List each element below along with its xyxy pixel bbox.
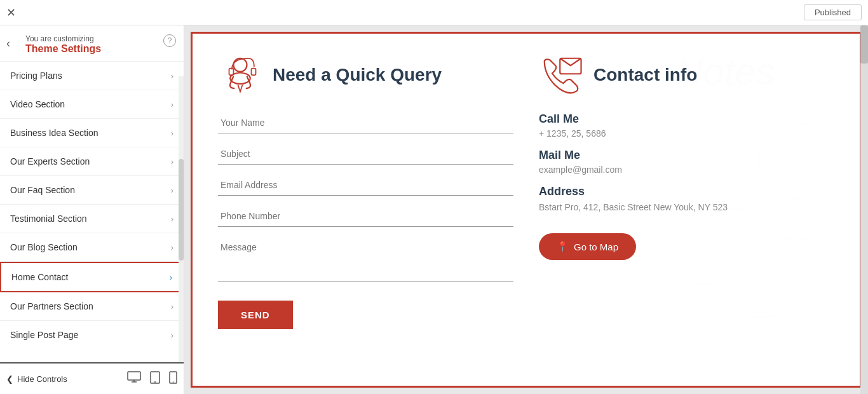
contact-icon bbox=[539, 53, 583, 97]
device-icons bbox=[127, 371, 177, 387]
back-button[interactable]: ‹ bbox=[6, 37, 10, 50]
name-field-wrapper bbox=[218, 112, 513, 133]
sidebar-header: ‹ You are customizing Theme Settings ? bbox=[0, 25, 184, 62]
sidebar-item-video-section[interactable]: Video Section› bbox=[0, 90, 184, 119]
contact-form-panel: Need a Quick Query SEND bbox=[218, 53, 513, 329]
address-label: Address bbox=[539, 185, 834, 198]
go-to-map-button[interactable]: 📍 Go to Map bbox=[539, 233, 636, 260]
sidebar-menu: Pricing Plans›Video Section›Business Ide… bbox=[0, 62, 184, 348]
hide-controls-button[interactable]: ❮ Hide Controls bbox=[6, 374, 67, 384]
send-button[interactable]: SEND bbox=[218, 301, 293, 329]
svg-point-4 bbox=[154, 381, 156, 383]
chevron-left-icon: ❮ bbox=[6, 374, 13, 384]
map-pin-icon: 📍 bbox=[557, 241, 569, 252]
sidebar-item-our-blog-section[interactable]: Our Blog Section› bbox=[0, 233, 184, 262]
preview-frame: Need a Quick Query SEND bbox=[191, 32, 862, 388]
chevron-right-icon: › bbox=[171, 100, 173, 109]
top-bar: ✕ Published bbox=[0, 0, 868, 25]
phone-input[interactable] bbox=[218, 206, 513, 227]
chevron-right-icon: › bbox=[171, 71, 173, 81]
sidebar-item-label: Home Contact bbox=[11, 272, 68, 282]
published-button[interactable]: Published bbox=[804, 4, 862, 20]
sidebar-item-label: Pricing Plans bbox=[10, 71, 62, 81]
hide-controls-label: Hide Controls bbox=[17, 374, 67, 384]
query-title: Need a Quick Query bbox=[273, 64, 442, 86]
svg-point-7 bbox=[234, 58, 247, 72]
mail-label: Mail Me bbox=[539, 149, 834, 162]
contact-info-title: Contact info bbox=[593, 64, 697, 86]
info-header: Contact info bbox=[539, 53, 834, 97]
message-input[interactable] bbox=[218, 237, 513, 282]
sidebar-item-home-contact[interactable]: Home Contact› bbox=[0, 262, 184, 292]
help-icon[interactable]: ? bbox=[163, 34, 176, 47]
map-button-label: Go to Map bbox=[574, 241, 618, 252]
subject-field-wrapper bbox=[218, 144, 513, 165]
phone-field-wrapper bbox=[218, 206, 513, 227]
sidebar: ‹ You are customizing Theme Settings ? P… bbox=[0, 25, 184, 394]
sidebar-item-label: Video Section bbox=[10, 99, 65, 109]
sidebar-item-label: Our Experts Section bbox=[10, 156, 90, 166]
svg-rect-12 bbox=[252, 69, 256, 76]
query-header: Need a Quick Query bbox=[218, 53, 513, 97]
contact-info-panel: Contact info Call Me + 1235, 25, 5686 Ma… bbox=[539, 53, 834, 329]
chevron-right-icon: › bbox=[171, 243, 173, 252]
customizing-label: You are customizing bbox=[25, 34, 173, 43]
call-info: Call Me + 1235, 25, 5686 bbox=[539, 112, 834, 139]
address-info: Address Bstart Pro, 412, Basic Street Ne… bbox=[539, 185, 834, 214]
chevron-right-icon: › bbox=[171, 330, 173, 340]
sidebar-item-testimonial-section[interactable]: Testimonial Section› bbox=[0, 205, 184, 233]
tablet-icon[interactable] bbox=[150, 371, 160, 387]
name-input[interactable] bbox=[218, 112, 513, 133]
sidebar-item-label: Our Blog Section bbox=[10, 242, 78, 252]
chevron-right-icon: › bbox=[171, 214, 173, 224]
sidebar-item-business-idea-section[interactable]: Business Idea Section› bbox=[0, 119, 184, 147]
chevron-right-icon: › bbox=[170, 273, 172, 282]
sidebar-item-our-experts-section[interactable]: Our Experts Section› bbox=[0, 147, 184, 176]
scrollbar-thumb bbox=[860, 25, 868, 64]
chevron-right-icon: › bbox=[171, 157, 173, 166]
svg-rect-0 bbox=[128, 372, 140, 380]
sidebar-item-label: Business Idea Section bbox=[10, 128, 98, 138]
sidebar-item-pricing-plans[interactable]: Pricing Plans› bbox=[0, 62, 184, 90]
address-value: Bstart Pro, 412, Basic Street New Youk, … bbox=[539, 201, 834, 214]
subject-input[interactable] bbox=[218, 144, 513, 165]
mobile-icon[interactable] bbox=[169, 371, 177, 387]
close-icon[interactable]: ✕ bbox=[6, 6, 16, 20]
mail-info: Mail Me example@gmail.com bbox=[539, 149, 834, 175]
email-field-wrapper bbox=[218, 175, 513, 196]
sidebar-item-label: Our Partners Section bbox=[10, 301, 93, 311]
chevron-right-icon: › bbox=[171, 128, 173, 138]
call-value: + 1235, 25, 5686 bbox=[539, 128, 834, 139]
sidebar-item-label: Our Faq Section bbox=[10, 185, 75, 195]
main-preview-area: Need a Quick Query SEND bbox=[184, 25, 868, 394]
chevron-right-icon: › bbox=[171, 186, 173, 195]
mail-value: example@gmail.com bbox=[539, 165, 834, 175]
right-scrollbar[interactable] bbox=[860, 25, 868, 394]
sidebar-item-our-faq-section[interactable]: Our Faq Section› bbox=[0, 176, 184, 205]
sidebar-item-single-post-page[interactable]: Single Post Page› bbox=[0, 321, 184, 348]
email-input[interactable] bbox=[218, 175, 513, 196]
svg-point-6 bbox=[173, 381, 174, 383]
sidebar-item-label: Testimonial Section bbox=[10, 214, 87, 224]
chevron-right-icon: › bbox=[171, 302, 173, 311]
headset-icon bbox=[218, 53, 262, 97]
sidebar-item-label: Single Post Page bbox=[10, 330, 78, 340]
call-label: Call Me bbox=[539, 112, 834, 126]
contact-section: Need a Quick Query SEND bbox=[193, 34, 860, 348]
desktop-icon[interactable] bbox=[127, 371, 141, 387]
sidebar-item-our-partners-section[interactable]: Our Partners Section› bbox=[0, 292, 184, 321]
theme-title: Theme Settings bbox=[25, 43, 173, 55]
sidebar-footer: ❮ Hide Controls bbox=[0, 362, 184, 394]
message-field-wrapper bbox=[218, 237, 513, 284]
